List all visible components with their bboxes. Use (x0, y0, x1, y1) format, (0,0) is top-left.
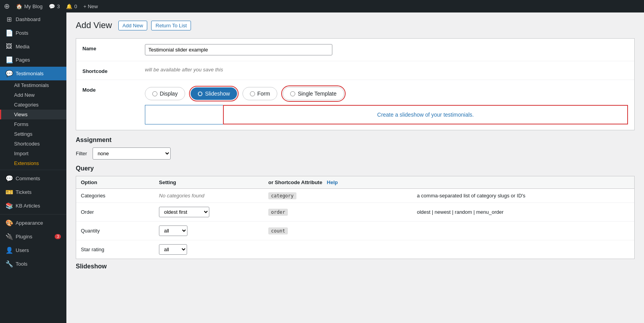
sidebar-item-pages[interactable]: 📃 Pages (0, 53, 66, 67)
desc-quantity (412, 222, 635, 240)
setting-order: oldest first newest first random menu_or… (154, 203, 264, 222)
desc-categories: a comma-separated list of category slugs… (412, 189, 635, 203)
mode-slideshow[interactable]: Slideshow (191, 87, 237, 100)
setting-quantity: all 5 10 20 (154, 222, 264, 240)
shortcode-hint: will be available after you save this (145, 67, 223, 73)
sidebar-item-tickets[interactable]: 🎫 Tickets (0, 185, 66, 199)
col-option: Option (76, 176, 154, 189)
sidebar-sub-categories[interactable]: Categories (0, 100, 66, 110)
slideshow-info-text: Create a slideshow of your testimonials. (377, 112, 474, 118)
sidebar-item-comments[interactable]: 💬 Comments (0, 172, 66, 185)
users-icon: 👤 (5, 247, 12, 254)
table-row: Quantity all 5 10 20 count (76, 222, 634, 240)
filter-select[interactable]: none category tag (93, 147, 171, 160)
mode-single-template[interactable]: Single Template (283, 87, 344, 100)
query-table: Option Setting or Shortcode Attribute He… (76, 176, 634, 259)
order-badge: order (268, 209, 288, 216)
mode-slideshow-radio[interactable] (198, 91, 203, 96)
tickets-icon: 🎫 (5, 188, 12, 196)
setting-categories: No categories found (154, 189, 264, 203)
new-button[interactable]: + New (83, 4, 98, 9)
order-select[interactable]: oldest first newest first random menu_or… (159, 207, 209, 217)
return-to-list-button[interactable]: Return To List (151, 21, 191, 30)
slideshow-section: Slideshow (76, 263, 635, 270)
option-quantity: Quantity (76, 222, 154, 240)
page-title: Add View (76, 20, 112, 30)
sidebar-sub-all-testimonials[interactable]: All Testimonials (0, 80, 66, 90)
home-icon: 🏠 (16, 4, 22, 9)
mode-display[interactable]: Display (145, 87, 185, 100)
ping-icon: 🔔 (66, 4, 72, 9)
media-icon: 🖼 (5, 43, 12, 50)
sidebar-item-kb-articles[interactable]: 📚 KB Articles (0, 199, 66, 213)
table-row: Order oldest first newest first random m… (76, 203, 634, 222)
no-categories-text: No categories found (159, 193, 204, 199)
kb-articles-icon: 📚 (5, 202, 12, 209)
desc-star-rating (412, 240, 635, 259)
mode-form-radio[interactable] (250, 91, 255, 96)
mode-display-radio[interactable] (152, 91, 157, 96)
dashboard-icon: ⊞ (5, 16, 12, 23)
option-order: Order (76, 203, 154, 222)
help-link[interactable]: Help (327, 179, 338, 185)
ping-count[interactable]: 🔔 0 (66, 4, 77, 9)
name-field-wrapper (145, 44, 628, 55)
query-title: Query (76, 165, 635, 172)
sidebar-divider-2 (0, 214, 66, 215)
mode-options: Display Slideshow Form (145, 85, 628, 102)
site-name[interactable]: 🏠 My Blog (16, 4, 43, 9)
sidebar-sub-import[interactable]: Import (0, 149, 66, 158)
layout: ⊞ Dashboard 📄 Posts 🖼 Media 📃 Pages 💬 Te… (0, 12, 644, 323)
sidebar-sub-extensions[interactable]: Extensions (0, 158, 66, 168)
add-new-button[interactable]: Add New (118, 21, 148, 30)
pages-icon: 📃 (5, 56, 12, 64)
code-order: order (264, 203, 412, 222)
sidebar-sub-shortcodes[interactable]: Shortcodes (0, 139, 66, 149)
option-star-rating: Star rating (76, 240, 154, 259)
mode-label: Mode (82, 85, 145, 93)
sidebar-sub-forms[interactable]: Forms (0, 119, 66, 129)
comments-count[interactable]: 💬 3 (49, 4, 60, 9)
sidebar-sub-add-new[interactable]: Add New (0, 90, 66, 100)
table-row: Categories No categories found category … (76, 189, 634, 203)
tools-icon: 🔧 (5, 260, 12, 268)
filter-label: Filter (76, 151, 87, 156)
name-row: Name (76, 39, 634, 61)
code-categories: category (264, 189, 412, 203)
wp-logo[interactable]: ⊕ (4, 2, 10, 11)
sidebar-item-tools[interactable]: 🔧 Tools (0, 257, 66, 271)
sidebar-item-testimonials[interactable]: 💬 Testimonials (0, 67, 66, 80)
setting-star-rating: all 1 2 3 4 5 (154, 240, 264, 259)
col-shortcode: or Shortcode Attribute Help (264, 176, 412, 189)
filter-row: Filter none category tag (76, 147, 635, 160)
name-input[interactable] (145, 44, 332, 55)
form-card: Name Shortcode will be available after y… (76, 38, 635, 130)
mode-single-template-radio[interactable] (290, 91, 295, 96)
assignment-section: Assignment Filter none category tag Quer… (76, 137, 635, 270)
sidebar-item-plugins[interactable]: 🔌 Plugins 3 (0, 230, 66, 243)
main-content: Add View Add New Return To List Name Sho… (66, 12, 644, 323)
sidebar-sub-views[interactable]: Views (0, 110, 66, 119)
sidebar-item-media[interactable]: 🖼 Media (0, 40, 66, 53)
sidebar-item-users[interactable]: 👤 Users (0, 243, 66, 257)
sidebar: ⊞ Dashboard 📄 Posts 🖼 Media 📃 Pages 💬 Te… (0, 12, 66, 323)
sidebar-item-dashboard[interactable]: ⊞ Dashboard (0, 12, 66, 26)
single-template-red-outline: Single Template (281, 85, 345, 102)
table-header-row: Option Setting or Shortcode Attribute He… (76, 176, 634, 189)
category-badge: category (268, 192, 296, 199)
comment-icon: 💬 (49, 4, 55, 9)
assignment-title: Assignment (76, 137, 635, 144)
mode-form[interactable]: Form (243, 87, 278, 100)
mode-tab-left (145, 105, 223, 124)
col-description (412, 176, 635, 189)
star-rating-select[interactable]: all 1 2 3 4 5 (159, 244, 187, 255)
wp-logo-icon: ⊕ (4, 2, 10, 11)
testimonials-icon: 💬 (5, 70, 12, 77)
plugins-badge: 3 (55, 234, 61, 239)
posts-icon: 📄 (5, 29, 12, 37)
code-star-rating (264, 240, 412, 259)
sidebar-sub-settings[interactable]: Settings (0, 129, 66, 139)
sidebar-item-posts[interactable]: 📄 Posts (0, 26, 66, 40)
quantity-select[interactable]: all 5 10 20 (159, 225, 187, 236)
sidebar-item-appearance[interactable]: 🎨 Appearance (0, 216, 66, 230)
